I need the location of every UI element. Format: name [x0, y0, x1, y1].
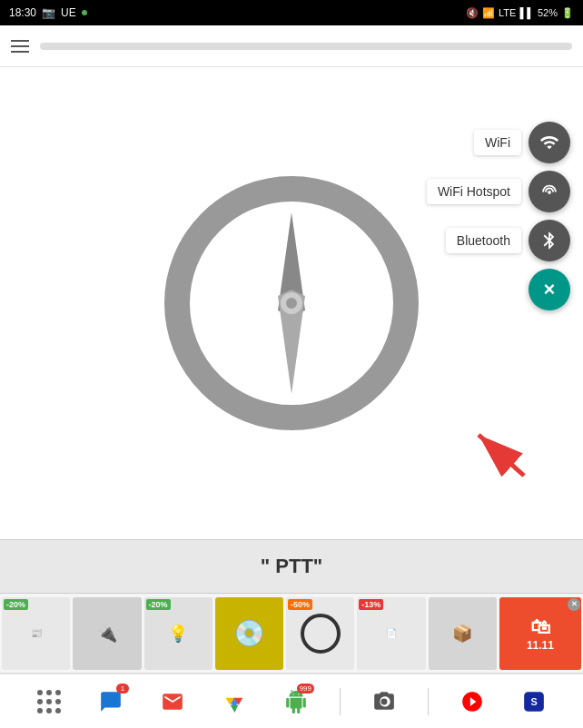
compass-widget — [164, 176, 419, 430]
nav-chrome[interactable] — [216, 684, 252, 720]
thumbnail-shopee[interactable]: ✕ 🛍 11.11 — [499, 597, 581, 670]
nav-divider-2 — [428, 688, 429, 715]
bottom-nav: 1 999 S — [0, 674, 583, 728]
play-icon — [460, 690, 484, 713]
thumbnail-2[interactable]: 🔌 — [73, 597, 141, 670]
thumbnail-strip: -20% 📰 🔌 -20% 💡 💿 -50% -13% 📄 📦 ✕ 🛍 11.1… — [0, 594, 583, 674]
status-signal-icon: LTE — [499, 7, 516, 18]
shopee-icon: 🛍 — [530, 615, 550, 639]
thumbnail-3[interactable]: -20% 💡 — [144, 597, 212, 670]
progress-bar — [40, 43, 572, 50]
thumb3-badge: -20% — [146, 599, 171, 610]
nav-android[interactable]: 999 — [278, 684, 314, 720]
hotspot-label: WiFi Hotspot — [427, 179, 521, 204]
fab-row-close: × — [529, 269, 570, 310]
status-dot — [82, 10, 87, 15]
status-camera-icon: 📷 — [42, 6, 55, 19]
hamburger-menu[interactable] — [11, 40, 29, 53]
main-content: WiFi WiFi Hotspot Bluetooth — [0, 67, 583, 539]
status-battery: 52% — [538, 7, 558, 18]
svg-line-6 — [479, 435, 524, 476]
nav-apps-grid[interactable] — [31, 684, 67, 720]
thumb6-badge: -13% — [359, 599, 383, 610]
nav-play[interactable] — [454, 684, 490, 720]
camera-icon — [372, 690, 396, 713]
fab-container: WiFi WiFi Hotspot Bluetooth — [427, 122, 570, 310]
thumbnail-4[interactable]: 💿 — [215, 597, 283, 670]
status-mute-icon: 🔇 — [466, 7, 479, 19]
thumb4-content: 💿 — [233, 618, 265, 648]
thumb5-circle — [298, 611, 343, 656]
bluetooth-button[interactable] — [529, 220, 570, 261]
thumb6-content: 📄 — [386, 628, 397, 638]
status-network-label: UE — [61, 6, 76, 19]
messages-badge: 1 — [116, 684, 129, 694]
status-signal-bars: ▌▌ — [519, 7, 534, 18]
top-bar — [0, 25, 583, 67]
ptt-bar: " PTT" — [0, 539, 583, 594]
thumbnail-5[interactable]: -50% — [286, 597, 354, 670]
apps-grid-icon — [37, 690, 61, 713]
close-fab-icon: × — [544, 278, 556, 301]
wifi-label: WiFi — [474, 130, 521, 155]
nav-divider-1 — [340, 688, 341, 715]
nav-samsung[interactable]: S — [516, 684, 552, 720]
ptt-label: " PTT" — [261, 555, 323, 578]
wifi-button[interactable] — [529, 122, 570, 163]
nav-camera[interactable] — [366, 684, 402, 720]
hotspot-button[interactable] — [529, 171, 570, 212]
fab-row-bluetooth: Bluetooth — [446, 220, 570, 261]
shopee-date: 11.11 — [527, 639, 554, 652]
status-time: 18:30 — [9, 6, 36, 19]
fab-row-wifi: WiFi — [474, 122, 570, 163]
thumbnail-7[interactable]: 📦 — [429, 597, 497, 670]
thumb5-badge: -50% — [288, 599, 312, 610]
gmail-icon — [161, 690, 184, 713]
thumb7-content: 📦 — [452, 624, 472, 644]
svg-point-7 — [302, 615, 339, 652]
close-fab-button[interactable]: × — [529, 269, 570, 310]
fab-row-hotspot: WiFi Hotspot — [427, 171, 570, 212]
thumbnail-1[interactable]: -20% 📰 — [2, 597, 70, 670]
wifi-icon — [539, 133, 559, 152]
svg-point-4 — [286, 298, 297, 309]
status-wifi-icon: 📶 — [482, 7, 495, 19]
bluetooth-icon — [539, 231, 559, 251]
chrome-icon — [222, 690, 246, 713]
nav-messages[interactable]: 1 — [93, 684, 129, 720]
red-arrow — [460, 421, 533, 485]
thumb3-content: 💡 — [168, 624, 188, 644]
thumb2-content: 🔌 — [97, 624, 117, 644]
thumb1-content: 📰 — [31, 628, 42, 638]
status-bar: 18:30 📷 UE 🔇 📶 LTE ▌▌ 52% 🔋 — [0, 0, 583, 25]
thumbnail-6[interactable]: -13% 📄 — [357, 597, 425, 670]
hotspot-icon — [539, 182, 559, 202]
status-battery-icon: 🔋 — [561, 7, 574, 19]
svg-text:S: S — [530, 696, 537, 707]
samsung-icon: S — [522, 690, 546, 713]
thumb1-badge: -20% — [4, 599, 28, 610]
android-badge: 999 — [297, 684, 314, 694]
bluetooth-label: Bluetooth — [446, 228, 521, 253]
nav-gmail[interactable] — [154, 684, 191, 720]
close-ad-button[interactable]: ✕ — [568, 598, 580, 611]
compass-svg — [164, 176, 419, 430]
